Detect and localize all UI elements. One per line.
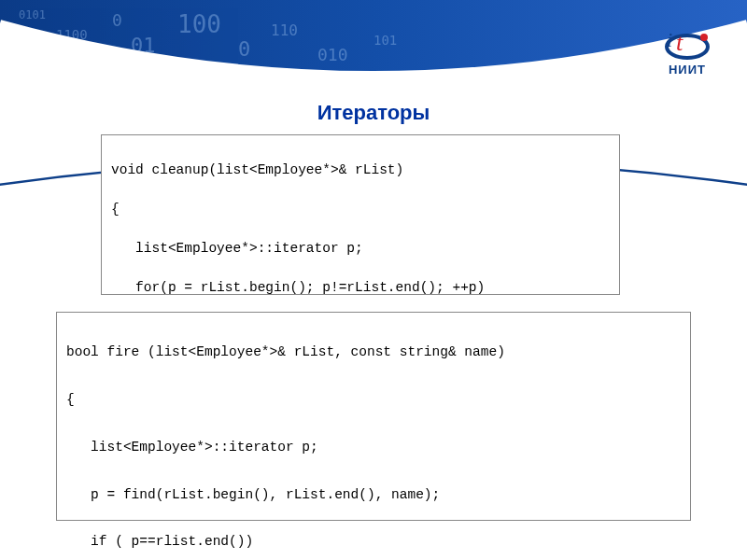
code-line: { bbox=[111, 200, 610, 219]
code-line: void cleanup(list<Employee*>& rList) bbox=[111, 161, 610, 180]
code-line: list<Employee*>::iterator p; bbox=[66, 436, 681, 460]
code-line: list<Employee*>::iterator p; bbox=[111, 239, 610, 259]
logo-caption: НИИТ bbox=[663, 63, 712, 77]
svg-text:0: 0 bbox=[112, 10, 122, 30]
svg-text:0: 0 bbox=[238, 37, 250, 61]
code-line: if ( p==rlist.end()) bbox=[66, 530, 681, 554]
svg-text:110: 110 bbox=[271, 21, 298, 39]
code-line: { bbox=[66, 388, 681, 413]
svg-text:100: 100 bbox=[177, 10, 221, 38]
svg-text:0101: 0101 bbox=[19, 8, 46, 21]
svg-text:1100: 1100 bbox=[56, 27, 88, 42]
svg-text:101: 101 bbox=[374, 33, 397, 48]
code-line: bool fire (list<Employee*>& rList, const… bbox=[66, 341, 681, 365]
code-line: for(p = rList.begin(); p!=rList.end(); +… bbox=[111, 278, 610, 298]
code-block-fire: bool fire (list<Employee*>& rList, const… bbox=[56, 312, 691, 521]
logo-icon: i t bbox=[663, 28, 712, 62]
svg-point-12 bbox=[700, 34, 708, 41]
logo: i t НИИТ bbox=[663, 28, 712, 77]
svg-text:010: 010 bbox=[317, 45, 348, 64]
code-block-cleanup: void cleanup(list<Employee*>& rList) { l… bbox=[101, 134, 620, 295]
svg-text:t: t bbox=[676, 29, 684, 56]
svg-text:01: 01 bbox=[131, 34, 156, 57]
svg-text:i: i bbox=[667, 28, 672, 51]
code-line: p = find(rList.begin(), rList.end(), nam… bbox=[66, 483, 681, 508]
slide-title: Итераторы bbox=[0, 101, 747, 125]
